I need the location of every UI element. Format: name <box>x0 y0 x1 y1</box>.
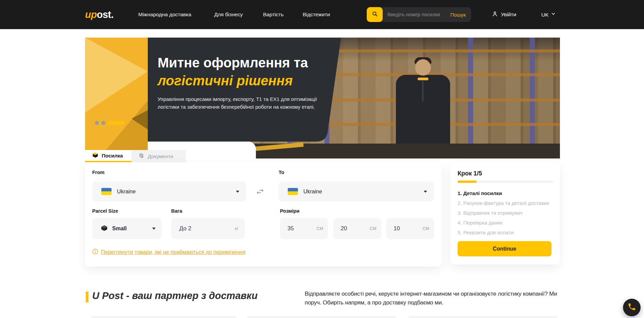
hero-yellow-panel <box>85 38 148 158</box>
parcel-size-value: Small <box>112 226 127 232</box>
dimension-height-input[interactable] <box>394 225 410 232</box>
weight-unit: кг <box>235 226 239 231</box>
dimension-length-field: см <box>280 218 328 239</box>
step-item-3: 3. Відправник та отримувач <box>458 210 549 216</box>
dimension-width-field: см <box>333 218 381 239</box>
caret-down-icon <box>152 228 156 230</box>
parcel-box-icon <box>92 152 99 160</box>
carousel-dot-active[interactable] <box>108 121 125 125</box>
steps-card: Крок 1/5 1. Деталі посилки 2. Рахунок-фа… <box>450 162 560 264</box>
dimension-width-input[interactable] <box>341 225 357 232</box>
section-description: Відправляєте особисті речі, керуєте інте… <box>305 290 560 307</box>
step-item-1: 1. Деталі посилки <box>458 190 549 196</box>
step-counter: Крок 1/5 <box>458 170 482 177</box>
weight-label: Вага <box>171 208 182 214</box>
progress-fill <box>458 181 477 183</box>
hero-title-line1: Митне оформлення та <box>158 54 347 71</box>
parcel-size-select[interactable]: Small <box>92 218 162 239</box>
from-label: From <box>92 170 104 175</box>
to-value: Ukraine <box>303 189 322 195</box>
phone-icon <box>627 302 636 313</box>
step-item-5: 5. Реквізити для оплати <box>458 230 549 235</box>
swap-icon[interactable] <box>256 187 265 197</box>
heading-accent-bar <box>86 292 88 302</box>
parcel-size-box-icon <box>100 224 108 233</box>
hero-title-line2: логістичні рішення <box>158 72 347 89</box>
step-item-4: 4. Перевірка даних <box>458 220 549 226</box>
info-icon <box>92 249 98 256</box>
weight-input[interactable] <box>179 225 203 232</box>
restricted-goods-link[interactable]: Переглянути товари, які не приймаються д… <box>92 249 245 256</box>
to-label: To <box>279 170 284 175</box>
call-widget-button[interactable] <box>623 299 641 316</box>
hero-description: Управління процесами імпорту, експорту, … <box>158 96 329 111</box>
documents-icon <box>138 152 145 160</box>
restricted-goods-link-text[interactable]: Переглянути товари, які не приймаються д… <box>101 249 245 255</box>
caret-down-icon <box>424 191 427 193</box>
tracking-search: Пошук <box>367 7 471 22</box>
nav-for-business[interactable]: Для бізнесу <box>214 12 243 18</box>
dimension-unit: см <box>370 226 377 231</box>
steps-list: 1. Деталі посилки 2. Рахунок-фактура та … <box>458 190 549 239</box>
carousel-dot[interactable] <box>101 121 105 125</box>
tab-parcel[interactable]: Посилка <box>85 150 132 162</box>
progress-bar <box>458 181 553 183</box>
tab-documents[interactable]: Документи <box>132 150 186 162</box>
section-heading: U Post - ваш партнер з доставки <box>92 290 258 301</box>
tab-parcel-label: Посилка <box>102 153 123 158</box>
search-icon <box>371 10 378 19</box>
tab-documents-label: Документи <box>148 153 173 159</box>
nav-track[interactable]: Відстежити <box>303 12 330 18</box>
nav-international-delivery[interactable]: Міжнародна доставка <box>138 12 191 18</box>
page: upost. Міжнародна доставка Для бізнесу В… <box>0 0 644 318</box>
header: upost. Міжнародна доставка Для бізнесу В… <box>0 0 644 29</box>
logo[interactable]: upost. <box>85 9 114 20</box>
language-selector[interactable]: UK <box>541 12 556 18</box>
ukraine-flag-icon <box>288 188 298 195</box>
ukraine-flag-icon <box>101 188 112 195</box>
calculator-card: From Ukraine To Ukraine Parcel Size Smal… <box>85 162 442 267</box>
direction-card[interactable] <box>246 316 397 318</box>
step-item-2: 2. Рахунок-фактура та деталі доставки <box>458 200 549 206</box>
hero-banner: Митне оформлення та логістичні рішення У… <box>85 38 560 158</box>
logo-rest: ost. <box>97 9 114 20</box>
search-submit-label[interactable]: Пошук <box>450 12 471 18</box>
continue-button[interactable]: Continue <box>458 241 551 256</box>
from-select[interactable]: Ukraine <box>92 182 246 202</box>
dimension-unit: см <box>423 226 429 231</box>
search-input[interactable] <box>383 12 450 17</box>
dimension-unit: см <box>317 226 323 231</box>
parcel-size-label: Parcel Size <box>92 208 118 214</box>
caret-down-icon <box>236 191 239 193</box>
dimension-height-field: см <box>386 218 434 239</box>
direction-card[interactable] <box>408 316 559 318</box>
from-value: Ukraine <box>117 189 136 195</box>
login-label: Увійти <box>501 12 516 18</box>
language-label: UK <box>541 12 549 18</box>
dimensions-label: Розміри <box>280 208 299 214</box>
search-button[interactable] <box>367 7 383 22</box>
logo-accent: up <box>85 9 97 20</box>
to-select[interactable]: Ukraine <box>279 182 434 202</box>
login-button[interactable]: Увійти <box>491 10 516 19</box>
carousel-dot[interactable] <box>95 121 99 125</box>
dimension-length-input[interactable] <box>287 225 304 232</box>
nav-pricing[interactable]: Вартість <box>263 12 284 18</box>
chevron-down-icon <box>551 12 556 18</box>
carousel-dots <box>95 121 125 125</box>
weight-field: кг <box>171 218 245 239</box>
user-icon <box>491 10 498 19</box>
direction-card[interactable] <box>90 316 237 318</box>
